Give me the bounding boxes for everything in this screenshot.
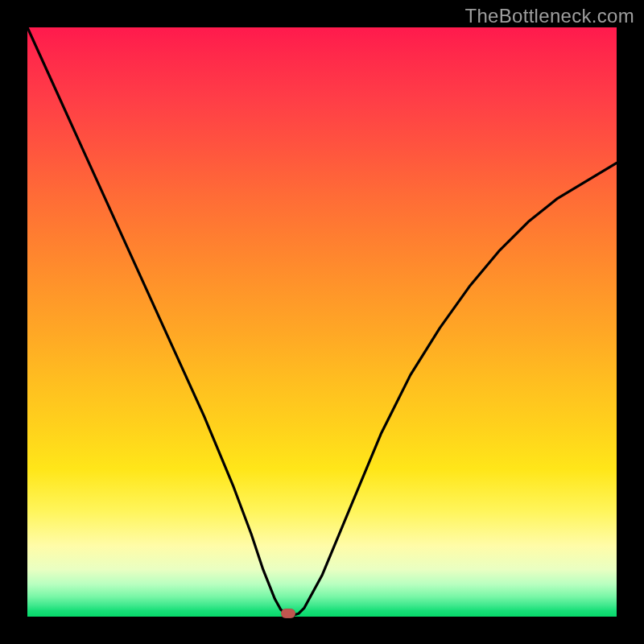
plot-area — [27, 27, 617, 617]
watermark-text: TheBottleneck.com — [464, 5, 634, 27]
bottleneck-curve — [27, 27, 617, 616]
curve-svg — [27, 27, 617, 617]
optimal-point-marker — [281, 609, 295, 618]
chart-frame: TheBottleneck.com — [0, 0, 644, 644]
